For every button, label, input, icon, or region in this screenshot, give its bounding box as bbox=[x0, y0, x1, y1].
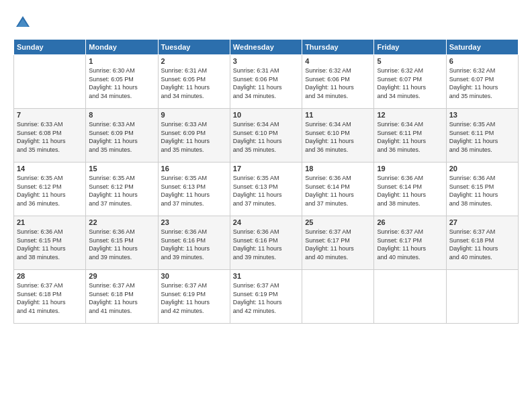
day-info: Sunrise: 6:36 AM Sunset: 6:15 PM Dayligh… bbox=[449, 174, 515, 208]
day-info: Sunrise: 6:34 AM Sunset: 6:10 PM Dayligh… bbox=[305, 120, 371, 154]
day-info: Sunrise: 6:33 AM Sunset: 6:09 PM Dayligh… bbox=[89, 120, 154, 154]
day-info: Sunrise: 6:33 AM Sunset: 6:09 PM Dayligh… bbox=[161, 120, 227, 154]
calendar-cell: 6Sunrise: 6:32 AM Sunset: 6:07 PM Daylig… bbox=[446, 55, 518, 109]
calendar-cell: 16Sunrise: 6:35 AM Sunset: 6:13 PM Dayli… bbox=[158, 163, 230, 216]
calendar-cell: 14Sunrise: 6:35 AM Sunset: 6:12 PM Dayli… bbox=[14, 163, 86, 216]
day-number: 7 bbox=[17, 111, 83, 119]
day-number: 15 bbox=[89, 165, 154, 173]
header bbox=[13, 13, 519, 32]
day-info: Sunrise: 6:34 AM Sunset: 6:11 PM Dayligh… bbox=[377, 120, 443, 154]
day-info: Sunrise: 6:36 AM Sunset: 6:14 PM Dayligh… bbox=[305, 174, 371, 208]
calendar-cell: 27Sunrise: 6:37 AM Sunset: 6:18 PM Dayli… bbox=[446, 216, 518, 270]
day-info: Sunrise: 6:34 AM Sunset: 6:10 PM Dayligh… bbox=[233, 120, 299, 154]
day-info: Sunrise: 6:35 AM Sunset: 6:12 PM Dayligh… bbox=[17, 174, 83, 208]
calendar-cell: 17Sunrise: 6:35 AM Sunset: 6:13 PM Dayli… bbox=[230, 163, 302, 216]
day-number: 29 bbox=[89, 272, 154, 280]
calendar-cell: 18Sunrise: 6:36 AM Sunset: 6:14 PM Dayli… bbox=[302, 163, 374, 216]
calendar-cell: 15Sunrise: 6:35 AM Sunset: 6:12 PM Dayli… bbox=[86, 163, 158, 216]
day-number: 9 bbox=[161, 111, 227, 119]
day-number: 18 bbox=[305, 165, 371, 173]
calendar-cell: 24Sunrise: 6:36 AM Sunset: 6:16 PM Dayli… bbox=[230, 216, 302, 270]
calendar-cell: 10Sunrise: 6:34 AM Sunset: 6:10 PM Dayli… bbox=[230, 109, 302, 163]
calendar-cell: 23Sunrise: 6:36 AM Sunset: 6:16 PM Dayli… bbox=[158, 216, 230, 270]
calendar-table: SundayMondayTuesdayWednesdayThursdayFrid… bbox=[13, 39, 519, 324]
calendar-cell: 26Sunrise: 6:37 AM Sunset: 6:17 PM Dayli… bbox=[374, 216, 446, 270]
day-info: Sunrise: 6:36 AM Sunset: 6:16 PM Dayligh… bbox=[161, 228, 227, 261]
calendar-page: SundayMondayTuesdayWednesdayThursdayFrid… bbox=[0, 0, 532, 411]
calendar-header-thursday: Thursday bbox=[302, 40, 374, 55]
day-number: 1 bbox=[89, 57, 154, 65]
calendar-cell bbox=[446, 270, 518, 324]
calendar-cell: 8Sunrise: 6:33 AM Sunset: 6:09 PM Daylig… bbox=[86, 109, 158, 163]
calendar-cell: 19Sunrise: 6:36 AM Sunset: 6:14 PM Dayli… bbox=[374, 163, 446, 216]
calendar-cell: 20Sunrise: 6:36 AM Sunset: 6:15 PM Dayli… bbox=[446, 163, 518, 216]
day-number: 17 bbox=[233, 165, 299, 173]
calendar-cell: 2Sunrise: 6:31 AM Sunset: 6:05 PM Daylig… bbox=[158, 55, 230, 109]
calendar-cell: 31Sunrise: 6:37 AM Sunset: 6:19 PM Dayli… bbox=[230, 270, 302, 324]
day-info: Sunrise: 6:37 AM Sunset: 6:18 PM Dayligh… bbox=[449, 228, 515, 261]
day-number: 4 bbox=[305, 57, 371, 65]
day-number: 22 bbox=[89, 218, 154, 226]
day-info: Sunrise: 6:35 AM Sunset: 6:11 PM Dayligh… bbox=[449, 120, 515, 154]
calendar-header-saturday: Saturday bbox=[446, 40, 518, 55]
calendar-header-friday: Friday bbox=[374, 40, 446, 55]
calendar-header-sunday: Sunday bbox=[14, 40, 86, 55]
day-number: 23 bbox=[161, 218, 227, 226]
calendar-cell bbox=[14, 55, 86, 109]
calendar-cell: 11Sunrise: 6:34 AM Sunset: 6:10 PM Dayli… bbox=[302, 109, 374, 163]
day-number: 5 bbox=[377, 57, 443, 65]
day-info: Sunrise: 6:37 AM Sunset: 6:19 PM Dayligh… bbox=[161, 281, 227, 315]
day-info: Sunrise: 6:36 AM Sunset: 6:15 PM Dayligh… bbox=[17, 228, 83, 261]
calendar-header-monday: Monday bbox=[86, 40, 158, 55]
day-info: Sunrise: 6:31 AM Sunset: 6:05 PM Dayligh… bbox=[161, 66, 227, 100]
calendar-header-row: SundayMondayTuesdayWednesdayThursdayFrid… bbox=[14, 40, 519, 55]
day-number: 28 bbox=[17, 272, 83, 280]
day-info: Sunrise: 6:37 AM Sunset: 6:17 PM Dayligh… bbox=[305, 228, 371, 261]
day-number: 2 bbox=[161, 57, 227, 65]
day-info: Sunrise: 6:37 AM Sunset: 6:18 PM Dayligh… bbox=[89, 281, 154, 315]
calendar-cell: 22Sunrise: 6:36 AM Sunset: 6:15 PM Dayli… bbox=[86, 216, 158, 270]
calendar-cell: 5Sunrise: 6:32 AM Sunset: 6:07 PM Daylig… bbox=[374, 55, 446, 109]
day-number: 30 bbox=[161, 272, 227, 280]
logo bbox=[13, 13, 35, 32]
calendar-cell: 13Sunrise: 6:35 AM Sunset: 6:11 PM Dayli… bbox=[446, 109, 518, 163]
day-info: Sunrise: 6:33 AM Sunset: 6:08 PM Dayligh… bbox=[17, 120, 83, 154]
day-info: Sunrise: 6:36 AM Sunset: 6:15 PM Dayligh… bbox=[89, 228, 154, 261]
calendar-header-wednesday: Wednesday bbox=[230, 40, 302, 55]
day-number: 20 bbox=[449, 165, 515, 173]
day-info: Sunrise: 6:35 AM Sunset: 6:12 PM Dayligh… bbox=[89, 174, 154, 208]
calendar-cell: 12Sunrise: 6:34 AM Sunset: 6:11 PM Dayli… bbox=[374, 109, 446, 163]
day-number: 19 bbox=[377, 165, 443, 173]
day-number: 6 bbox=[449, 57, 515, 65]
day-number: 24 bbox=[233, 218, 299, 226]
day-info: Sunrise: 6:37 AM Sunset: 6:17 PM Dayligh… bbox=[377, 228, 443, 261]
calendar-cell: 4Sunrise: 6:32 AM Sunset: 6:06 PM Daylig… bbox=[302, 55, 374, 109]
day-number: 13 bbox=[449, 111, 515, 119]
day-info: Sunrise: 6:36 AM Sunset: 6:16 PM Dayligh… bbox=[233, 228, 299, 261]
day-number: 31 bbox=[233, 272, 299, 280]
calendar-week-4: 21Sunrise: 6:36 AM Sunset: 6:15 PM Dayli… bbox=[14, 216, 519, 270]
day-info: Sunrise: 6:37 AM Sunset: 6:18 PM Dayligh… bbox=[17, 281, 83, 315]
calendar-cell: 9Sunrise: 6:33 AM Sunset: 6:09 PM Daylig… bbox=[158, 109, 230, 163]
day-number: 27 bbox=[449, 218, 515, 226]
day-info: Sunrise: 6:32 AM Sunset: 6:07 PM Dayligh… bbox=[449, 66, 515, 100]
calendar-cell bbox=[374, 270, 446, 324]
day-number: 8 bbox=[89, 111, 154, 119]
calendar-cell: 25Sunrise: 6:37 AM Sunset: 6:17 PM Dayli… bbox=[302, 216, 374, 270]
day-info: Sunrise: 6:32 AM Sunset: 6:07 PM Dayligh… bbox=[377, 66, 443, 100]
calendar-cell: 30Sunrise: 6:37 AM Sunset: 6:19 PM Dayli… bbox=[158, 270, 230, 324]
day-info: Sunrise: 6:35 AM Sunset: 6:13 PM Dayligh… bbox=[161, 174, 227, 208]
day-number: 25 bbox=[305, 218, 371, 226]
day-info: Sunrise: 6:31 AM Sunset: 6:06 PM Dayligh… bbox=[233, 66, 299, 100]
day-info: Sunrise: 6:30 AM Sunset: 6:05 PM Dayligh… bbox=[89, 66, 154, 100]
day-number: 3 bbox=[233, 57, 299, 65]
day-number: 16 bbox=[161, 165, 227, 173]
calendar-week-5: 28Sunrise: 6:37 AM Sunset: 6:18 PM Dayli… bbox=[14, 270, 519, 324]
day-number: 26 bbox=[377, 218, 443, 226]
calendar-cell bbox=[302, 270, 374, 324]
calendar-week-2: 7Sunrise: 6:33 AM Sunset: 6:08 PM Daylig… bbox=[14, 109, 519, 163]
day-number: 11 bbox=[305, 111, 371, 119]
day-number: 12 bbox=[377, 111, 443, 119]
calendar-cell: 7Sunrise: 6:33 AM Sunset: 6:08 PM Daylig… bbox=[14, 109, 86, 163]
calendar-cell: 29Sunrise: 6:37 AM Sunset: 6:18 PM Dayli… bbox=[86, 270, 158, 324]
